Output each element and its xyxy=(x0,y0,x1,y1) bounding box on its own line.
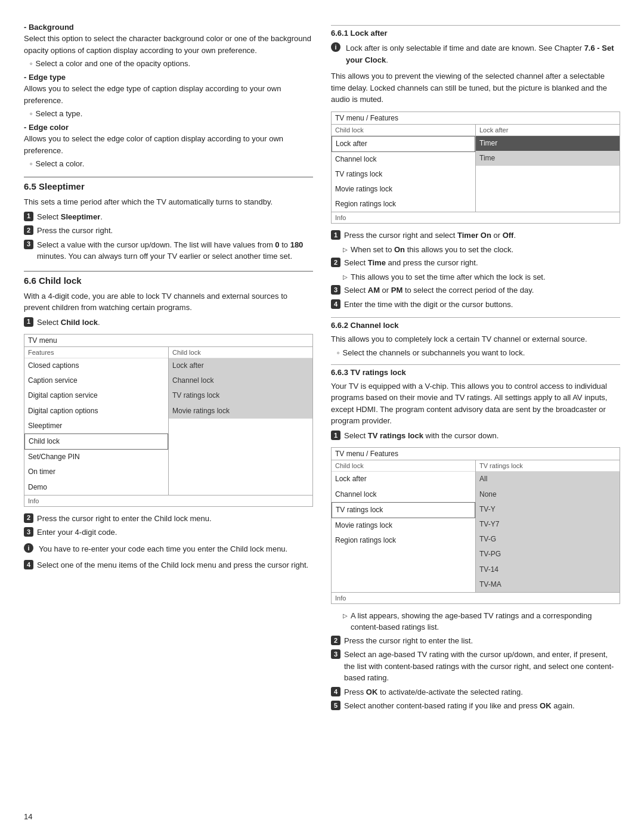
list-item: Channel lock xyxy=(332,152,475,167)
step4-661: 4 Enter the time with the digit or the c… xyxy=(331,299,620,311)
step4-childlock: 4 Select one of the menu items of the Ch… xyxy=(24,559,313,571)
step4-childlock-badge: 4 xyxy=(24,560,33,569)
step3-childlock: 3 Enter your 4-digit code. xyxy=(24,527,313,538)
edge-type-label: - Edge type xyxy=(24,73,313,82)
tv-menu-childlock: TV menu Features Closed captions Caption… xyxy=(24,334,313,507)
page-content: - Background Select this option to selec… xyxy=(24,18,620,714)
sleeptimer-text: This sets a time period after which the … xyxy=(24,196,313,208)
edge-color-text: Allows you to select the edge color of c… xyxy=(24,133,313,156)
tv-menu-663-col2: TV ratings lock All None TV-Y TV-Y7 TV-G… xyxy=(476,460,620,592)
step4-661-text: Enter the time with the digit or the cur… xyxy=(344,299,513,311)
info-box: i You have to re-enter your code each ti… xyxy=(24,543,313,555)
list-item: All xyxy=(476,472,620,487)
list-item: Set/Change PIN xyxy=(24,450,168,465)
step3-661: 3 Select AM or PM to select the correct … xyxy=(331,284,620,296)
step2-sleeptimer: 2 Press the cursor right. xyxy=(24,225,313,237)
edge-type-text: Allows you to select the edge type of ca… xyxy=(24,83,313,106)
list-item: TV ratings lock xyxy=(169,388,312,403)
section-65-title: 6.5 Sleeptimer xyxy=(24,176,313,191)
tv-menu-663-columns: Child lock Lock after Channel lock TV ra… xyxy=(332,460,620,592)
list-item: Lock after xyxy=(332,472,475,487)
background-label: - Background xyxy=(24,23,313,32)
tv-menu-661-col2: Lock after Timer Time xyxy=(476,125,620,212)
step1-childlock-badge: 1 xyxy=(24,317,33,327)
tv-menu-col2: Child lock Lock after Channel lock TV ra… xyxy=(169,347,312,495)
list-item-selected: Child lock xyxy=(24,433,168,450)
lock-after-info: Lock after is only selectable if time an… xyxy=(346,42,620,66)
step3-663-badge: 3 xyxy=(331,649,340,659)
list-item: None xyxy=(476,487,620,502)
list-item: Digital caption options xyxy=(24,404,168,419)
info-icon: i xyxy=(24,543,33,553)
list-item: Caption service xyxy=(24,373,168,388)
subsection-663-title: 6.6.3 TV ratings lock xyxy=(331,364,620,377)
arrow2-661: This allows you to set the time after wh… xyxy=(343,271,620,283)
list-item: TV-Y xyxy=(476,502,620,517)
list-item: On timer xyxy=(24,465,168,479)
step3-663: 3 Select an age-based TV rating with the… xyxy=(331,649,620,684)
step3-text: Select a value with the cursor up/down. … xyxy=(37,239,313,262)
list-item: TV-Y7 xyxy=(476,517,620,532)
arrow-663-text: A list appears, showing the age-based TV… xyxy=(351,610,620,633)
info-text: You have to re-enter your code each time… xyxy=(39,543,287,555)
list-item: Channel lock xyxy=(169,373,312,388)
edge-type-bullet: Select a type. xyxy=(30,109,313,118)
step2-661-text: Select Time and press the cursor right. xyxy=(344,257,478,269)
arrow-663: A list appears, showing the age-based TV… xyxy=(343,610,620,633)
step3-badge: 3 xyxy=(24,240,33,249)
edge-color-bullet: Select a color. xyxy=(30,159,313,168)
step1-badge: 1 xyxy=(24,212,33,221)
step1-663: 1 Select TV ratings lock with the cursor… xyxy=(331,430,620,442)
background-bullet: Select a color and one of the opacity op… xyxy=(30,59,313,68)
tv-menu-663-col1: Child lock Lock after Channel lock TV ra… xyxy=(332,460,476,592)
list-item: Time xyxy=(476,151,620,166)
childlock-text: With a 4-digit code, you are able to loc… xyxy=(24,290,313,314)
step2-text: Press the cursor right. xyxy=(37,225,113,237)
tv-menu-661: TV menu / Features Child lock Lock after… xyxy=(331,112,620,224)
step2-661: 2 Select Time and press the cursor right… xyxy=(331,257,620,269)
list-item: Movie ratings lock xyxy=(332,182,475,197)
step2-childlock-badge: 2 xyxy=(24,513,33,523)
tv-menu-663-col2-header: TV ratings lock xyxy=(476,460,620,472)
arrow1-661-text: When set to On this allows you to set th… xyxy=(351,244,513,256)
list-item: TV-MA xyxy=(476,577,620,592)
step4-663: 4 Press OK to activate/de-activate the s… xyxy=(331,686,620,698)
edge-color-label: - Edge color xyxy=(24,123,313,132)
step1-661: 1 Press the cursor right and select Time… xyxy=(331,230,620,241)
step5-663-badge: 5 xyxy=(331,701,340,710)
step2-childlock: 2 Press the cursor right to enter the Ch… xyxy=(24,513,313,525)
left-column: - Background Select this option to selec… xyxy=(24,18,313,714)
tv-menu-columns: Features Closed captions Caption service… xyxy=(24,347,312,495)
channel-lock-bullet: Select the channels or subchannels you w… xyxy=(337,348,620,357)
arrow2-661-text: This allows you to set the time after wh… xyxy=(351,271,546,283)
step1-sleeptimer: 1 Select Sleeptimer. xyxy=(24,211,313,223)
list-item: Demo xyxy=(24,480,168,495)
step3-661-text: Select AM or PM to select the correct pe… xyxy=(344,284,534,296)
list-item-highlighted: Timer xyxy=(476,136,620,151)
list-item: TV-14 xyxy=(476,562,620,577)
lock-after-info-box: i Lock after is only selectable if time … xyxy=(331,42,620,66)
step1-661-text: Press the cursor right and select Timer … xyxy=(344,230,516,241)
list-item: Closed captions xyxy=(24,358,168,373)
list-item: TV-PG xyxy=(476,547,620,562)
list-item: Region ratings lock xyxy=(332,533,475,548)
lock-after-icon: i xyxy=(331,42,340,52)
tv-menu-661-footer: Info xyxy=(332,212,620,223)
step5-663-text: Select another content-based rating if y… xyxy=(344,700,575,712)
step5-663: 5 Select another content-based rating if… xyxy=(331,700,620,712)
tv-ratings-text: Your TV is equipped with a V-chip. This … xyxy=(331,380,620,427)
step4-663-text: Press OK to activate/de-activate the sel… xyxy=(344,686,523,698)
list-item: Movie ratings lock xyxy=(169,404,312,419)
list-item: TV-G xyxy=(476,532,620,547)
tv-menu-661-header: TV menu / Features xyxy=(332,112,620,125)
subsection-661-title: 6.6.1 Lock after xyxy=(331,25,620,38)
step3-663-text: Select an age-based TV rating with the c… xyxy=(344,649,620,684)
step2-661-badge: 2 xyxy=(331,258,340,267)
tv-menu-661-col1-header: Child lock xyxy=(332,125,475,136)
arrow1-661: When set to On this allows you to set th… xyxy=(343,244,620,256)
step1-663-text: Select TV ratings lock with the cursor d… xyxy=(344,430,499,442)
step4-childlock-text: Select one of the menu items of the Chil… xyxy=(37,559,308,571)
step3-sleeptimer: 3 Select a value with the cursor up/down… xyxy=(24,239,313,262)
background-text: Select this option to select the charact… xyxy=(24,33,313,56)
page-number: 14 xyxy=(24,812,32,821)
